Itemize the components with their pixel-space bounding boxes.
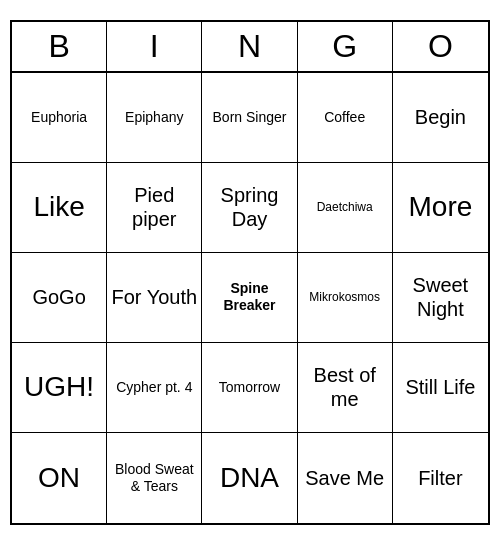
bingo-cell: Mikrokosmos [298, 253, 393, 343]
bingo-cell: Cypher pt. 4 [107, 343, 202, 433]
header-letter: N [202, 22, 297, 71]
bingo-cell: DNA [202, 433, 297, 523]
header-letter: I [107, 22, 202, 71]
bingo-cell: Save Me [298, 433, 393, 523]
bingo-cell: GoGo [12, 253, 107, 343]
bingo-cell: Sweet Night [393, 253, 488, 343]
header-letter: B [12, 22, 107, 71]
bingo-grid: EuphoriaEpiphanyBorn SingerCoffeeBeginLi… [12, 73, 488, 523]
bingo-cell: More [393, 163, 488, 253]
header-letter: O [393, 22, 488, 71]
bingo-cell: Begin [393, 73, 488, 163]
bingo-cell: Coffee [298, 73, 393, 163]
bingo-cell: Still Life [393, 343, 488, 433]
bingo-cell: Filter [393, 433, 488, 523]
bingo-cell: Born Singer [202, 73, 297, 163]
bingo-cell: UGH! [12, 343, 107, 433]
bingo-cell: Tomorrow [202, 343, 297, 433]
bingo-cell: Euphoria [12, 73, 107, 163]
bingo-cell: For Youth [107, 253, 202, 343]
bingo-card: BINGO EuphoriaEpiphanyBorn SingerCoffeeB… [10, 20, 490, 525]
bingo-cell: Daetchiwa [298, 163, 393, 253]
bingo-cell: Epiphany [107, 73, 202, 163]
header-letter: G [298, 22, 393, 71]
bingo-cell: Like [12, 163, 107, 253]
bingo-cell: Blood Sweat & Tears [107, 433, 202, 523]
bingo-cell: Pied piper [107, 163, 202, 253]
bingo-header: BINGO [12, 22, 488, 73]
bingo-cell: ON [12, 433, 107, 523]
bingo-cell: Best of me [298, 343, 393, 433]
bingo-cell: Spine Breaker [202, 253, 297, 343]
bingo-cell: Spring Day [202, 163, 297, 253]
